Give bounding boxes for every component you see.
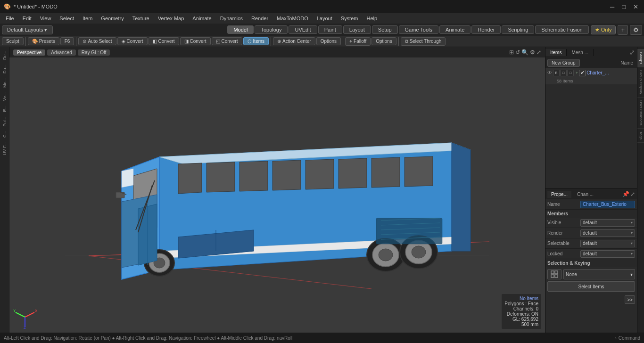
presets-button[interactable]: 🎨 Presets xyxy=(28,37,59,45)
convert2-button[interactable]: ◧ Convert xyxy=(149,37,179,45)
sidebar-tab-e[interactable]: E... xyxy=(1,104,8,114)
tab-animate[interactable]: Animate xyxy=(439,25,471,34)
minimize-button[interactable]: ─ xyxy=(608,3,616,10)
lock-button[interactable]: □ xyxy=(567,70,574,76)
menu-file[interactable]: File xyxy=(2,15,18,22)
selectable-dropdown[interactable]: default ▾ xyxy=(580,240,635,247)
viewport-tab-perspective[interactable]: Perspective xyxy=(13,49,45,56)
sidebar-tab-c[interactable]: C... xyxy=(1,129,8,139)
tab-topology[interactable]: Topology xyxy=(255,25,288,34)
menu-edit[interactable]: Edit xyxy=(19,15,35,22)
tab-model[interactable]: Model xyxy=(227,25,254,34)
group-checkbox[interactable]: ✔ xyxy=(579,70,586,76)
tab-render[interactable]: Render xyxy=(471,25,501,34)
new-group-button[interactable]: New Group xyxy=(547,59,580,67)
name-value-field[interactable]: Charter_Bus_Exterio xyxy=(580,201,635,208)
viewport-expand-icon[interactable]: ⤢ xyxy=(537,49,541,56)
props-expand-icon[interactable]: ⤢ xyxy=(630,191,635,197)
tab-channels[interactable]: Chan ... xyxy=(573,191,597,198)
svg-marker-13 xyxy=(305,159,334,189)
convert4-button[interactable]: ◱ Convert xyxy=(212,37,242,45)
sidebar-tab-uvf[interactable]: UV F... xyxy=(1,140,8,157)
viewport-settings-icon[interactable]: ⚙ xyxy=(530,49,535,56)
more-button[interactable]: >> xyxy=(625,295,635,304)
menu-view[interactable]: View xyxy=(36,15,55,22)
tab-paint[interactable]: Paint xyxy=(318,25,342,34)
close-button[interactable]: ✕ xyxy=(631,3,640,10)
menu-texture[interactable]: Texture xyxy=(129,15,153,22)
tab-items[interactable]: Items xyxy=(545,49,567,56)
tab-layout[interactable]: Layout xyxy=(343,25,371,34)
convert3-button[interactable]: ◨ Convert xyxy=(180,37,211,45)
render-dropdown[interactable]: default ▾ xyxy=(580,229,635,237)
viewport-tab-advanced[interactable]: Advanced xyxy=(47,49,75,56)
menu-animate[interactable]: Animate xyxy=(189,15,215,22)
props-pin-icon[interactable]: 📌 xyxy=(622,191,629,197)
visible-row: Visible default ▾ xyxy=(545,218,637,228)
menu-render[interactable]: Render xyxy=(248,15,272,22)
channels-info: Channels: 0 xyxy=(504,306,538,311)
gl-info: GL: 625,692 xyxy=(504,317,538,322)
title-bar: 🎨 * Untitled* - MODO ─ □ ✕ xyxy=(0,0,644,13)
sidebar-tab-du[interactable]: Du... xyxy=(1,63,8,75)
sidebar-tab-me[interactable]: Me... xyxy=(1,76,8,90)
only-button[interactable]: ★ Only xyxy=(591,25,616,34)
items-button[interactable]: ⬡ Items xyxy=(243,37,269,45)
tab-setup[interactable]: Setup xyxy=(372,25,398,34)
sel-none-dropdown[interactable]: None ▾ xyxy=(563,269,635,279)
convert1-button[interactable]: ◈ Convert xyxy=(117,37,148,45)
sidebar-tab-group-display[interactable]: Group Display xyxy=(637,67,644,98)
sidebar-tab-user-channels[interactable]: User Channels xyxy=(637,98,644,129)
expand-group-icon[interactable]: + xyxy=(576,71,578,75)
menu-geometry[interactable]: Geometry xyxy=(97,15,127,22)
viewport-tab-raygl[interactable]: Ray GL: Off xyxy=(78,49,110,56)
layout-dropdown[interactable]: Default Layouts ▾ xyxy=(2,25,53,34)
viewport-grid-icon[interactable]: ⊞ xyxy=(509,49,514,56)
select-through-button[interactable]: ⧉ Select Through xyxy=(401,37,446,46)
viewport[interactable]: Perspective Advanced Ray GL: Off ⊞ ↺ 🔍 ⚙… xyxy=(9,47,545,333)
sidebar-tab-pol[interactable]: Pol... xyxy=(1,115,8,129)
svg-point-20 xyxy=(379,249,393,261)
falloff-button[interactable]: ⌖ Falloff xyxy=(345,37,371,46)
sidebar-tab-de[interactable]: De... xyxy=(1,49,8,62)
options2-button[interactable]: Options xyxy=(372,37,396,45)
menu-vertex-map[interactable]: Vertex Map xyxy=(154,15,188,22)
maximize-button[interactable]: □ xyxy=(620,3,627,10)
app-icon: 🎨 xyxy=(4,3,11,10)
tab-game-tools[interactable]: Game Tools xyxy=(399,25,439,34)
tab-uvedit[interactable]: UVEdit xyxy=(289,25,317,34)
f6-button[interactable]: F6 xyxy=(60,37,74,45)
visible-dropdown[interactable]: default ▾ xyxy=(580,219,635,227)
sel-toggle-button[interactable]: □ xyxy=(560,70,567,76)
action-center-button[interactable]: ⊕ Action Center xyxy=(273,37,315,45)
locked-dropdown[interactable]: default ▾ xyxy=(580,250,635,258)
auto-select-button[interactable]: ⊙ Auto Select xyxy=(78,37,116,45)
menu-select[interactable]: Select xyxy=(56,15,78,22)
tab-schematic[interactable]: Schematic Fusion xyxy=(535,25,588,34)
options1-button[interactable]: Options xyxy=(316,37,341,45)
bus-model-svg xyxy=(65,77,489,303)
sculpt-button[interactable]: Sculpt xyxy=(2,37,24,45)
viewport-zoom-icon[interactable]: 🔍 xyxy=(521,49,528,56)
tab-properties[interactable]: Prope... xyxy=(547,191,571,198)
select-items-button[interactable]: Select Items xyxy=(547,281,635,292)
settings-button[interactable]: ⚙ xyxy=(630,25,642,35)
sidebar-tab-groups[interactable]: Groups xyxy=(637,49,644,67)
tab-scripting[interactable]: Scripting xyxy=(502,25,534,34)
viewport-rotate-icon[interactable]: ↺ xyxy=(515,49,520,56)
deformers-info: Deformers: ON xyxy=(504,311,538,317)
menu-item[interactable]: Item xyxy=(79,15,96,22)
tab-mesh[interactable]: Mesh ... xyxy=(567,49,594,56)
menu-maxtomodo[interactable]: MaxToMODO xyxy=(273,15,312,22)
expand-panel-button[interactable]: ⤢ xyxy=(627,49,637,56)
menu-help[interactable]: Help xyxy=(363,15,381,22)
add-layout-button[interactable]: + xyxy=(618,25,628,35)
menu-dynamics[interactable]: Dynamics xyxy=(216,15,247,22)
sidebar-tab-ve[interactable]: Ve... xyxy=(1,90,8,103)
menu-layout[interactable]: Layout xyxy=(313,15,336,22)
render-vis-button[interactable]: R xyxy=(553,70,560,76)
render-row: Render default ▾ xyxy=(545,228,637,238)
visibility-icon[interactable]: 👁 xyxy=(547,70,552,75)
menu-system[interactable]: System xyxy=(337,15,362,22)
sidebar-tab-tags[interactable]: Tags xyxy=(637,129,644,143)
